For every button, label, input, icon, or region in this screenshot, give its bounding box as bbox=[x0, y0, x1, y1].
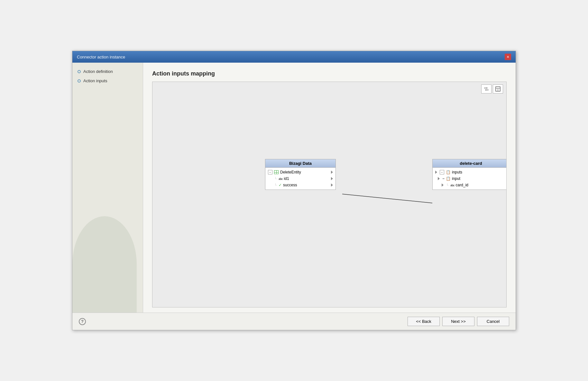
right-node-header: delete-card bbox=[433, 159, 506, 168]
svg-marker-3 bbox=[485, 89, 486, 91]
left-node-row-id1: └ abc id1 bbox=[265, 175, 335, 182]
dialog-title: Connector action instance bbox=[77, 55, 125, 59]
sidebar: Action definition Action inputs bbox=[72, 63, 143, 313]
layout-icon bbox=[495, 86, 501, 92]
dashed-line-success: └ bbox=[274, 183, 277, 187]
layout-button[interactable] bbox=[493, 84, 503, 93]
left-node-body: − DeleteEntity bbox=[265, 168, 335, 190]
expand-icon-input[interactable]: − bbox=[442, 176, 445, 181]
dashed-line-id1: └ bbox=[274, 177, 277, 181]
mapping-area: Bizagi Data − DeleteEntity bbox=[152, 82, 507, 307]
success-label: success bbox=[283, 183, 297, 187]
abc-icon-id1: abc bbox=[279, 176, 283, 181]
sidebar-decoration bbox=[72, 216, 137, 313]
expand-icon-delete-entity[interactable]: − bbox=[268, 170, 272, 174]
left-node-row-delete-entity: − DeleteEntity bbox=[265, 169, 335, 175]
arrow-id1 bbox=[331, 177, 333, 180]
right-node: delete-card − 📋 inputs bbox=[432, 159, 506, 190]
clipboard-icon-input: 📋 bbox=[446, 176, 451, 181]
input-label: input bbox=[452, 176, 460, 181]
connector-action-dialog: Connector action instance × Action defin… bbox=[72, 51, 516, 330]
card-id-label: card_id bbox=[456, 183, 468, 187]
close-button[interactable]: × bbox=[505, 54, 511, 60]
footer-left: ? bbox=[79, 318, 86, 325]
main-content: Action inputs mapping bbox=[143, 63, 516, 313]
left-node: Bizagi Data − DeleteEntity bbox=[265, 159, 336, 190]
dialog-body: Action definition Action inputs Action i… bbox=[72, 63, 516, 313]
inputs-label: inputs bbox=[452, 170, 462, 174]
check-icon-success: ✓ bbox=[279, 183, 282, 187]
delete-entity-label: DeleteEntity bbox=[280, 170, 301, 174]
right-node-body: − 📋 inputs − 📋 bbox=[433, 168, 506, 190]
circle-icon-2 bbox=[78, 79, 81, 83]
sidebar-label-action-definition: Action definition bbox=[83, 69, 113, 74]
table-icon-delete-entity bbox=[274, 170, 279, 174]
sidebar-label-action-inputs: Action inputs bbox=[83, 78, 107, 83]
title-bar: Connector action instance × bbox=[72, 51, 516, 63]
dialog-footer: ? << Back Next >> Cancel bbox=[72, 313, 516, 330]
id1-label: id1 bbox=[284, 176, 289, 181]
auto-map-button[interactable] bbox=[481, 84, 492, 93]
clipboard-icon-inputs: 📋 bbox=[446, 170, 451, 174]
sidebar-item-action-definition[interactable]: Action definition bbox=[78, 69, 138, 74]
right-node-row-card-id: └ abc card_id bbox=[433, 182, 506, 188]
left-arrow-input bbox=[438, 177, 440, 180]
right-node-row-inputs: − 📋 inputs bbox=[433, 169, 506, 175]
help-icon[interactable]: ? bbox=[79, 318, 86, 325]
left-node-row-success: └ ✓ success bbox=[265, 182, 335, 188]
footer-buttons: << Back Next >> Cancel bbox=[408, 317, 509, 326]
dashed-line-card-id: └ bbox=[446, 183, 448, 187]
next-button[interactable]: Next >> bbox=[442, 317, 474, 326]
arrow-success bbox=[331, 183, 333, 187]
page-title: Action inputs mapping bbox=[152, 70, 507, 77]
arrow-delete-entity bbox=[331, 171, 333, 174]
expand-icon-inputs[interactable]: − bbox=[440, 170, 444, 174]
left-arrow-inputs bbox=[435, 171, 437, 174]
cancel-button[interactable]: Cancel bbox=[477, 317, 509, 326]
circle-icon-1 bbox=[78, 70, 81, 73]
svg-marker-1 bbox=[487, 87, 488, 89]
sidebar-item-action-inputs[interactable]: Action inputs bbox=[78, 78, 138, 83]
mapping-toolbar bbox=[481, 84, 503, 93]
left-node-header: Bizagi Data bbox=[265, 159, 335, 168]
abc-icon-card-id: abc bbox=[450, 183, 455, 187]
left-arrow-card-id bbox=[442, 183, 444, 187]
connection-svg bbox=[152, 82, 506, 307]
svg-line-7 bbox=[342, 194, 432, 203]
mapping-canvas: Bizagi Data − DeleteEntity bbox=[152, 82, 506, 307]
back-button[interactable]: << Back bbox=[408, 317, 440, 326]
auto-map-icon bbox=[483, 86, 489, 92]
right-node-row-input: − 📋 input bbox=[433, 175, 506, 182]
